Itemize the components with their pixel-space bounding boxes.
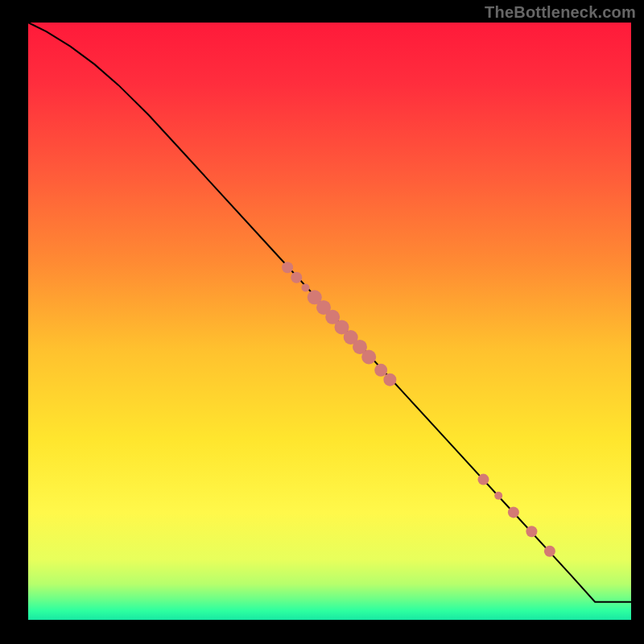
watermark-text: TheBottleneck.com (485, 3, 636, 22)
scatter-point (361, 350, 376, 365)
scatter-point (291, 272, 302, 283)
scatter-point (302, 283, 310, 291)
scatter-point (526, 526, 537, 537)
scatter-point (282, 262, 293, 273)
scatter-point (508, 506, 519, 518)
chart-svg (0, 0, 644, 644)
scatter-point (544, 546, 555, 557)
chart-container: TheBottleneck.com (0, 0, 644, 644)
scatter-point (478, 474, 489, 485)
scatter-point (383, 374, 396, 386)
scatter-point (374, 364, 387, 377)
scatter-point (494, 492, 502, 500)
